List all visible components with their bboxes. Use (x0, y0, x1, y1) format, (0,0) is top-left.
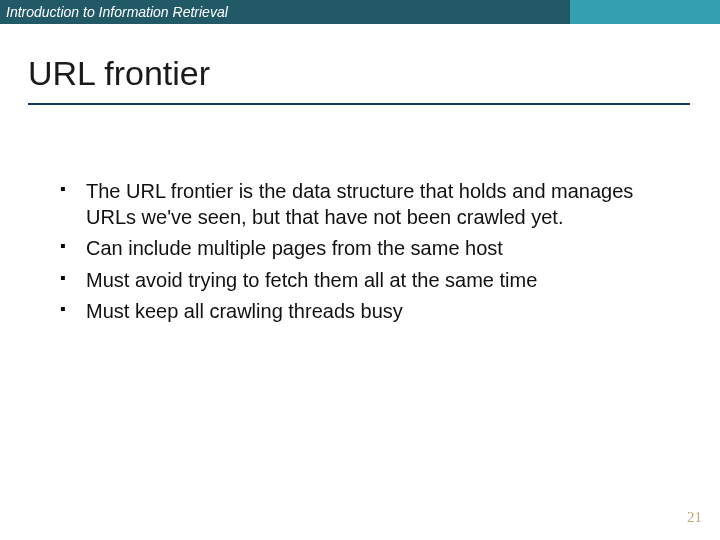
title-block: URL frontier (0, 24, 720, 105)
slide: Introduction to Information Retrieval UR… (0, 0, 720, 540)
header-bar-right (570, 0, 720, 24)
header-bar: Introduction to Information Retrieval (0, 0, 720, 24)
list-item: The URL frontier is the data structure t… (60, 179, 670, 230)
slide-title: URL frontier (28, 54, 720, 93)
page-number: 21 (687, 509, 702, 526)
list-item: Must keep all crawling threads busy (60, 299, 670, 325)
course-title: Introduction to Information Retrieval (6, 4, 228, 20)
list-item: Can include multiple pages from the same… (60, 236, 670, 262)
content-area: The URL frontier is the data structure t… (0, 105, 720, 325)
list-item: Must avoid trying to fetch them all at t… (60, 268, 670, 294)
bullet-list: The URL frontier is the data structure t… (60, 179, 670, 325)
header-bar-left: Introduction to Information Retrieval (0, 0, 570, 24)
